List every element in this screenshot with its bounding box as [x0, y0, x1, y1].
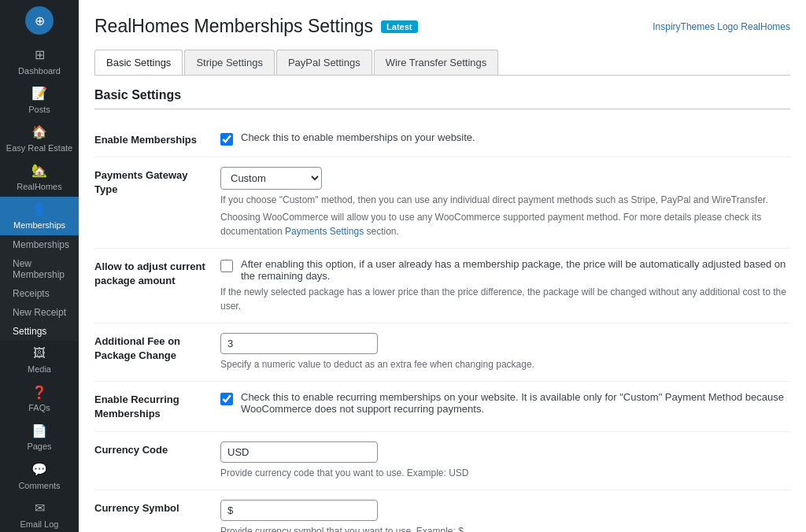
sidebar-item-memberships[interactable]: 👤 Memberships: [0, 197, 79, 235]
sidebar-item-comments[interactable]: 💬 Comments: [0, 457, 79, 496]
enable-recurring-checkbox[interactable]: [220, 393, 233, 405]
wp-logo-icon: ⊕: [25, 6, 54, 35]
setting-row-additional-fee: Additional Fee on Package Change Specify…: [94, 323, 790, 382]
settings-section-title: Basic Settings: [94, 88, 790, 109]
main-content: RealHomes Memberships Settings Latest In…: [79, 0, 806, 532]
tab-paypal-settings[interactable]: PayPal Settings: [276, 50, 372, 75]
sidebar-item-faqs[interactable]: ❓ FAQs: [0, 380, 79, 419]
sidebar-item-label: Posts: [28, 104, 50, 115]
allow-adjust-checkbox-label[interactable]: After enabling this option, if a user al…: [220, 258, 790, 282]
page-header: RealHomes Memberships Settings Latest In…: [94, 16, 790, 37]
page-title: RealHomes Memberships Settings: [94, 16, 373, 37]
enable-memberships-control: Check this to enable memberships on your…: [220, 131, 790, 146]
header-links: InspiryThemes Logo RealHomes: [653, 21, 790, 32]
submenu-receipts[interactable]: Receipts: [0, 284, 79, 303]
memberships-icon: 👤: [31, 201, 47, 218]
gateway-type-label: Payments Gateway Type: [94, 167, 220, 197]
currency-code-control: Provide currency code that you want to u…: [220, 441, 790, 480]
submenu-settings[interactable]: Settings: [0, 322, 79, 341]
posts-icon: 📝: [31, 86, 47, 102]
setting-row-enable-recurring: Enable Recurring Memberships Check this …: [94, 382, 790, 431]
content-area: RealHomes Memberships Settings Latest In…: [79, 0, 806, 532]
sidebar-item-label: Pages: [27, 441, 51, 452]
enable-recurring-description: Check this to enable recurring membershi…: [241, 391, 790, 415]
sidebar-item-dashboard[interactable]: ⊞ Dashboard: [0, 42, 79, 81]
currency-code-input[interactable]: [220, 441, 378, 463]
sidebar-item-label: FAQs: [28, 402, 50, 413]
currency-code-description: Provide currency code that you want to u…: [220, 466, 790, 480]
gateway-type-control: Custom WooCommerce If you choose "Custom…: [220, 167, 790, 238]
sidebar-item-label: Media: [28, 364, 51, 375]
submenu-new-membership[interactable]: New Membership: [0, 254, 79, 284]
sidebar-item-label: Easy Real Estate: [6, 142, 72, 153]
sidebar-item-media[interactable]: 🖼 Media: [0, 341, 79, 379]
tab-basic-settings[interactable]: Basic Settings: [94, 50, 183, 75]
currency-symbol-input[interactable]: [220, 500, 378, 521]
sidebar-item-posts[interactable]: 📝 Posts: [0, 81, 79, 120]
settings-tabs: Basic Settings Stripe Settings PayPal Se…: [94, 50, 790, 76]
sidebar-item-label: Comments: [18, 480, 60, 491]
inspiry-themes-logo-link[interactable]: InspiryThemes Logo: [653, 21, 738, 32]
tab-stripe-settings[interactable]: Stripe Settings: [184, 50, 275, 75]
enable-memberships-description: Check this to enable memberships on your…: [241, 131, 475, 143]
setting-row-enable-memberships: Enable Memberships Check this to enable …: [94, 122, 790, 157]
additional-fee-description: Specify a numeric value to deduct as an …: [220, 357, 790, 371]
sidebar-item-label: Dashboard: [18, 65, 61, 76]
setting-row-gateway-type: Payments Gateway Type Custom WooCommerce…: [94, 157, 790, 249]
gateway-type-desc1: If you choose "Custom" method, then you …: [220, 193, 790, 207]
sidebar-item-label: Email Log: [20, 519, 59, 530]
additional-fee-label: Additional Fee on Package Change: [94, 333, 220, 363]
gateway-type-desc2: Choosing WooCommerce will allow you to u…: [220, 210, 790, 238]
comments-icon: 💬: [31, 462, 47, 478]
currency-symbol-label: Currency Symbol: [94, 500, 220, 515]
basic-settings-section: Basic Settings Enable Memberships Check …: [94, 76, 790, 532]
media-icon: 🖼: [33, 345, 46, 362]
sidebar-item-label: RealHomes: [17, 181, 61, 192]
sidebar: ⊕ ⊞ Dashboard 📝 Posts 🏠 Easy Real Estate…: [0, 0, 79, 532]
enable-recurring-checkbox-label[interactable]: Check this to enable recurring membershi…: [220, 391, 790, 415]
allow-adjust-control: After enabling this option, if a user al…: [220, 258, 790, 313]
content-inner: RealHomes Memberships Settings Latest In…: [79, 0, 806, 532]
memberships-submenu: Memberships New Membership Receipts New …: [0, 235, 79, 341]
faqs-icon: ❓: [31, 385, 47, 401]
currency-symbol-description: Provide currency symbol that you want to…: [220, 524, 790, 532]
sidebar-item-pages[interactable]: 📄 Pages: [0, 419, 79, 457]
payments-settings-link[interactable]: Payments Settings: [285, 226, 364, 237]
additional-fee-control: Specify a numeric value to deduct as an …: [220, 333, 790, 371]
setting-row-allow-adjust: Allow to adjust current package amount A…: [94, 249, 790, 323]
allow-adjust-label: Allow to adjust current package amount: [94, 258, 220, 288]
enable-memberships-checkbox-label[interactable]: Check this to enable memberships on your…: [220, 131, 790, 146]
real-homes-icon: 🏡: [31, 163, 47, 179]
sidebar-item-real-homes[interactable]: 🏡 RealHomes: [0, 158, 79, 197]
sidebar-item-label: Memberships: [13, 220, 65, 231]
realhomes-header-link[interactable]: RealHomes: [741, 21, 790, 32]
allow-adjust-checkbox[interactable]: [220, 260, 233, 272]
enable-memberships-label: Enable Memberships: [94, 131, 220, 147]
enable-recurring-control: Check this to enable recurring membershi…: [220, 391, 790, 415]
gateway-type-select[interactable]: Custom WooCommerce: [220, 167, 322, 190]
sidebar-item-email-log[interactable]: ✉ Email Log: [0, 496, 79, 532]
setting-row-currency-code: Currency Code Provide currency code that…: [94, 432, 790, 490]
latest-badge: Latest: [381, 20, 417, 33]
easy-real-estate-icon: 🏠: [31, 124, 47, 141]
pages-icon: 📄: [31, 423, 47, 440]
allow-adjust-desc2: If the newly selected package has a lowe…: [220, 285, 790, 313]
dashboard-icon: ⊞: [35, 47, 45, 64]
currency-code-label: Currency Code: [94, 441, 220, 457]
sidebar-item-easy-real-estate[interactable]: 🏠 Easy Real Estate: [0, 120, 79, 158]
email-log-icon: ✉: [35, 501, 45, 517]
setting-row-currency-symbol: Currency Symbol Provide currency symbol …: [94, 490, 790, 532]
tab-wire-transfer-settings[interactable]: Wire Transfer Settings: [374, 50, 499, 75]
submenu-memberships[interactable]: Memberships: [0, 235, 79, 254]
submenu-new-receipt[interactable]: New Receipt: [0, 303, 79, 322]
additional-fee-input[interactable]: [220, 333, 378, 354]
currency-symbol-control: Provide currency symbol that you want to…: [220, 500, 790, 532]
allow-adjust-desc1: After enabling this option, if a user al…: [241, 258, 790, 282]
enable-recurring-label: Enable Recurring Memberships: [94, 391, 220, 421]
enable-memberships-checkbox[interactable]: [220, 133, 233, 146]
sidebar-logo: ⊕: [0, 0, 79, 42]
